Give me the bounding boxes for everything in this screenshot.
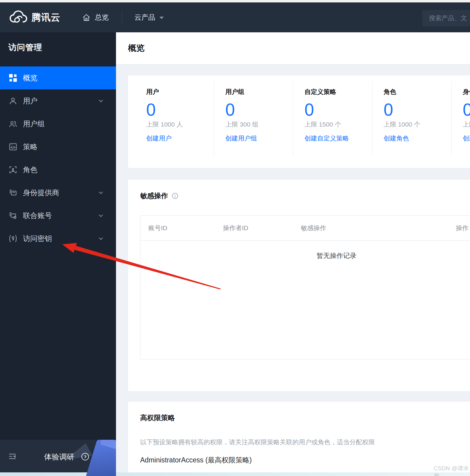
chevron-down-icon xyxy=(98,237,103,240)
stat-limit: 上限 300 组 xyxy=(225,120,293,129)
users-icon xyxy=(8,119,18,128)
stat-card-roles: 角色 0 上限 1000 个 创建角色 xyxy=(372,81,452,156)
chevron-down-icon xyxy=(98,99,103,102)
survey-link[interactable]: 体验调研 xyxy=(44,440,74,474)
stat-title: 自定义策略 xyxy=(304,88,372,96)
create-user-group-link[interactable]: 创建用户组 xyxy=(225,134,257,143)
col-header-operation: 操作 xyxy=(448,224,470,232)
search-input[interactable] xyxy=(422,10,470,26)
sensitive-ops-panel: 敏感操作 账号ID 操作者ID 敏感操作 操作 暂无操作记录 xyxy=(128,180,470,391)
create-user-link[interactable]: 创建用户 xyxy=(146,134,172,143)
top-navbar: 腾讯云 总览 云产品 xyxy=(0,2,470,32)
sidebar-item-label: 角色 xyxy=(23,165,37,175)
nav-item-overview[interactable]: 总览 xyxy=(95,2,109,32)
sidebar-item-label: 用户 xyxy=(23,96,37,106)
stat-card-users: 用户 0 上限 1000 人 创建用户 xyxy=(135,81,214,156)
info-icon[interactable] xyxy=(172,192,179,199)
sidebar-menu: 概览 用户 用户组 xyxy=(0,66,116,250)
stat-card-custom-policies: 自定义策略 0 上限 1500 个 创建自定义策略 xyxy=(293,81,372,156)
sidebar-item-access-keys[interactable]: 访问密钥 xyxy=(0,227,116,250)
sidebar-item-roles[interactable]: 角色 xyxy=(0,158,116,181)
stat-card-identity-providers: 身份提供商 0 上限 创建 xyxy=(452,81,470,156)
stat-value: 0 xyxy=(384,101,451,119)
stat-value: 0 xyxy=(463,101,470,119)
window-top-strip xyxy=(0,0,470,2)
col-header-account-id: 账号ID xyxy=(140,224,215,232)
nav-item-cloud-products[interactable]: 云产品 xyxy=(134,2,155,32)
sidebar-item-federated-accounts[interactable]: 联合账号 xyxy=(0,204,116,227)
sidebar-footer: 体验调研 xyxy=(0,440,116,476)
create-custom-policy-link[interactable]: 创建自定义策略 xyxy=(304,134,349,143)
identity-provider-icon xyxy=(8,188,18,197)
high-priv-panel: 高权限策略 以下预设策略拥有较高的权限，请关注高权限策略关联的用户或角色，适当分… xyxy=(128,402,470,476)
chevron-down-icon xyxy=(98,191,103,194)
access-key-icon xyxy=(8,234,18,243)
sensitive-ops-title: 敏感操作 xyxy=(140,191,179,201)
stat-limit: 上限 1500 个 xyxy=(304,120,372,129)
tencent-cloud-cam-overview-page: { "colors": { "accent": "#006eff", "navb… xyxy=(0,0,470,476)
create-link[interactable]: 创建 xyxy=(463,134,470,143)
sidebar-item-label: 身份提供商 xyxy=(23,188,59,198)
caret-down-icon xyxy=(159,16,164,19)
stat-limit: 上限 1000 人 xyxy=(146,120,214,129)
role-icon xyxy=(8,165,18,174)
chevron-down-icon xyxy=(98,214,103,217)
stat-value: 0 xyxy=(225,101,293,119)
col-header-operator-id: 操作者ID xyxy=(215,224,293,232)
stat-title: 角色 xyxy=(384,88,451,96)
sidebar: 访问管理 概览 用户 xyxy=(0,32,116,476)
stat-limit: 上限 1000 个 xyxy=(384,120,451,129)
stat-value: 0 xyxy=(304,101,372,119)
survey-arrow-icon[interactable] xyxy=(81,452,89,461)
sidebar-collapse-icon[interactable] xyxy=(8,452,17,461)
sidebar-item-label: 访问密钥 xyxy=(23,234,52,243)
tencent-cloud-logo-icon[interactable] xyxy=(9,10,28,25)
csdn-watermark: CSDN @谭水鹏 xyxy=(434,465,470,476)
sidebar-item-overview[interactable]: 概览 xyxy=(0,66,116,89)
stats-panel: 用户 0 上限 1000 人 创建用户 用户组 0 上限 300 组 创建用户组… xyxy=(128,76,470,168)
stat-card-user-groups: 用户组 0 上限 300 组 创建用户组 xyxy=(214,81,293,156)
create-role-link[interactable]: 创建角色 xyxy=(384,134,409,143)
sidebar-item-label: 策略 xyxy=(23,142,37,152)
nav-divider xyxy=(122,12,122,23)
home-icon xyxy=(82,13,91,22)
high-priv-title-text: 高权限策略 xyxy=(140,413,175,423)
sidebar-title: 访问管理 xyxy=(8,42,42,53)
sidebar-item-users[interactable]: 用户 xyxy=(0,89,116,112)
sensitive-ops-title-text: 敏感操作 xyxy=(140,191,168,201)
empty-state-text: 暂无操作记录 xyxy=(140,241,470,260)
sidebar-item-label: 联合账号 xyxy=(23,211,52,220)
high-priv-title: 高权限策略 xyxy=(140,413,175,423)
stat-title: 用户组 xyxy=(225,88,293,96)
sidebar-item-label: 概览 xyxy=(23,73,37,83)
user-icon xyxy=(8,96,18,105)
stat-title: 用户 xyxy=(146,88,214,96)
sidebar-item-user-groups[interactable]: 用户组 xyxy=(0,112,116,135)
sidebar-item-policies[interactable]: 策略 xyxy=(0,135,116,158)
brand-name[interactable]: 腾讯云 xyxy=(31,2,60,32)
sidebar-item-identity-providers[interactable]: 身份提供商 xyxy=(0,181,116,204)
stat-value: 0 xyxy=(146,101,214,119)
federated-account-icon xyxy=(8,211,18,220)
table-header-row: 账号ID 操作者ID 敏感操作 操作 xyxy=(140,216,470,241)
administrator-access-policy[interactable]: AdministratorAccess (最高权限策略) xyxy=(140,455,252,465)
col-header-sensitive-op: 敏感操作 xyxy=(293,224,448,232)
sidebar-item-label: 用户组 xyxy=(23,119,45,129)
grid-icon xyxy=(8,73,18,82)
main-header: 概览 xyxy=(116,32,470,64)
page-title: 概览 xyxy=(128,32,144,64)
high-priv-description: 以下预设策略拥有较高的权限，请关注高权限策略关联的用户或角色，适当分配权限 xyxy=(140,438,375,446)
stat-title: 身份提供商 xyxy=(463,88,470,96)
sensitive-ops-table: 账号ID 操作者ID 敏感操作 操作 暂无操作记录 xyxy=(140,215,470,359)
policy-icon xyxy=(8,142,18,151)
stat-limit: 上限 xyxy=(463,120,470,129)
